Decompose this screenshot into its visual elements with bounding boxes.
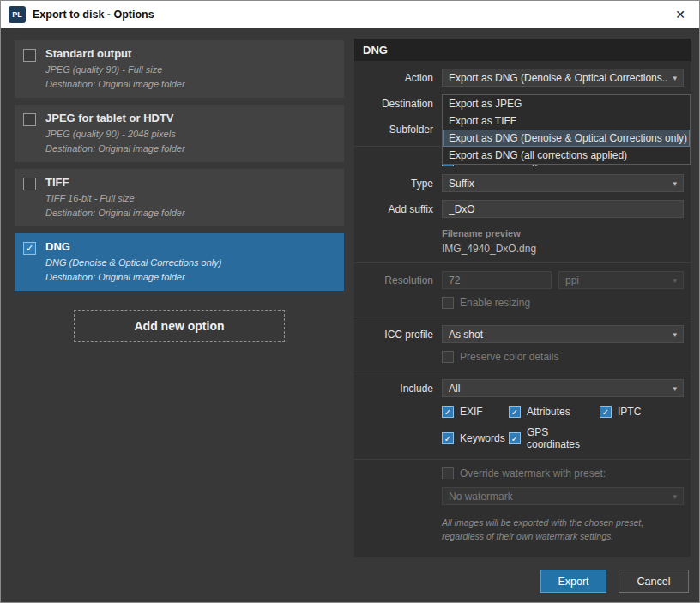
include-row: Include All ▾ xyxy=(354,379,684,397)
action-dropdown-menu: Export as JPEG Export as TIFF Export as … xyxy=(442,94,691,165)
attributes-checkbox[interactable]: ✓ Attributes xyxy=(509,406,600,418)
filename-preview: Filename preview IMG_4940_DxO.dng xyxy=(442,228,684,255)
enable-resizing-checkbox: Enable resizing xyxy=(442,297,684,309)
window-title: Export to disk - Options xyxy=(33,9,154,21)
check-icon: ✓ xyxy=(444,434,451,443)
action-label: Action xyxy=(354,72,433,84)
preset-text: TIFF TIFF 16-bit - Full size Destination… xyxy=(45,176,185,220)
add-new-option-button[interactable]: Add new option xyxy=(74,310,285,342)
selected-value: Suffix xyxy=(449,178,667,190)
iptc-checkbox[interactable]: ✓ IPTC xyxy=(600,406,684,418)
export-button[interactable]: Export xyxy=(540,570,606,593)
preset-detail: JPEG (quality 90) - Full size xyxy=(45,63,185,77)
override-watermark-checkbox: Override watermark with preset: xyxy=(442,467,684,479)
checkbox-label: Preserve color details xyxy=(460,351,558,363)
preset-tiff[interactable]: TIFF TIFF 16-bit - Full size Destination… xyxy=(15,169,344,226)
preset-name: DNG xyxy=(45,240,221,253)
preset-destination: Destination: Original image folder xyxy=(45,142,185,156)
chevron-down-icon: ▾ xyxy=(673,179,677,188)
preset-jpeg-tablet[interactable]: JPEG for tablet or HDTV JPEG (quality 90… xyxy=(15,105,344,162)
gps-coordinates-checkbox[interactable]: ✓ GPS coordinates xyxy=(509,426,600,450)
preset-destination: Destination: Original image folder xyxy=(45,77,185,92)
titlebar: PL Export to disk - Options ✕ xyxy=(1,1,699,28)
selected-value: ppi xyxy=(565,274,667,286)
checkbox-checked[interactable]: ✓ xyxy=(442,432,454,444)
checkbox-label: Override watermark with preset: xyxy=(460,467,606,479)
keywords-checkbox[interactable]: ✓ Keywords xyxy=(442,426,509,450)
chevron-down-icon: ▾ xyxy=(673,384,677,393)
separator xyxy=(354,459,691,460)
selected-value: All xyxy=(449,383,667,395)
subfolder-label: Subfolder xyxy=(354,124,433,136)
dialog-body: Standard output JPEG (quality 90) - Full… xyxy=(1,28,699,602)
checkbox-checked[interactable]: ✓ xyxy=(600,406,612,418)
checkbox-label: EXIF xyxy=(460,406,483,418)
close-icon[interactable]: ✕ xyxy=(661,1,699,28)
menu-item-export-jpeg[interactable]: Export as JPEG xyxy=(443,95,690,112)
icc-profile-select[interactable]: As shot ▾ xyxy=(442,325,684,343)
app-logo: PL xyxy=(9,6,26,23)
preset-name: JPEG for tablet or HDTV xyxy=(45,112,185,124)
selected-value: Export as DNG (Denoise & Optical Correct… xyxy=(449,72,667,84)
chevron-down-icon: ▾ xyxy=(673,74,677,82)
chevron-down-icon: ▾ xyxy=(673,330,677,339)
resolution-unit-select: ppi ▾ xyxy=(558,271,684,289)
resolution-label: Resolution xyxy=(354,274,433,286)
export-options-dialog: PL Export to disk - Options ✕ Standard o… xyxy=(0,0,700,603)
checkbox-label: Enable resizing xyxy=(460,297,530,309)
resolution-input xyxy=(442,271,552,289)
exif-checkbox[interactable]: ✓ EXIF xyxy=(442,406,509,418)
export-presets-list: Standard output JPEG (quality 90) - Full… xyxy=(15,40,344,342)
preset-text: Standard output JPEG (quality 90) - Full… xyxy=(45,47,185,91)
checkbox-unchecked xyxy=(442,467,454,479)
suffix-input[interactable] xyxy=(442,200,684,218)
check-icon: ✓ xyxy=(602,407,609,417)
preset-dng[interactable]: ✓ DNG DNG (Denoise & Optical Corrections… xyxy=(15,233,344,291)
preset-checkbox[interactable] xyxy=(23,49,36,62)
checkbox-label: Attributes xyxy=(527,406,570,418)
menu-item-export-tiff[interactable]: Export as TIFF xyxy=(443,112,690,130)
menu-item-export-dng-all[interactable]: Export as DNG (all corrections applied) xyxy=(443,147,690,164)
checkbox-label: IPTC xyxy=(618,406,641,418)
checkbox-label: GPS coordinates xyxy=(527,426,600,450)
preset-detail: DNG (Denoise & Optical Corrections only) xyxy=(45,256,221,270)
watermark-note: All images will be exported with the cho… xyxy=(442,516,680,544)
preset-detail: TIFF 16-bit - Full size xyxy=(45,191,185,206)
checkbox-checked[interactable]: ✓ xyxy=(509,406,521,418)
cancel-button[interactable]: Cancel xyxy=(619,570,689,593)
settings-rows: Action Export as DNG (Denoise & Optical … xyxy=(354,69,691,544)
panel-title: DNG xyxy=(354,39,691,61)
filename-preview-value: IMG_4940_DxO.dng xyxy=(442,243,684,255)
menu-item-export-dng-denoise[interactable]: Export as DNG (Denoise & Optical Correct… xyxy=(443,130,690,147)
preset-name: Standard output xyxy=(45,47,185,60)
preset-checkbox[interactable] xyxy=(23,178,36,190)
checkbox-label: Keywords xyxy=(460,432,505,444)
checkbox-checked[interactable]: ✓ xyxy=(442,406,454,418)
preset-detail: JPEG (quality 90) - 2048 pixels xyxy=(45,127,185,142)
preset-checkbox[interactable] xyxy=(23,113,36,126)
icc-profile-label: ICC profile xyxy=(354,329,433,341)
type-row: Type Suffix ▾ xyxy=(354,174,684,192)
checkbox-checked[interactable]: ✓ xyxy=(509,432,521,444)
selected-value: No watermark xyxy=(449,491,667,503)
separator xyxy=(354,317,691,317)
metadata-checkboxes: ✓ EXIF ✓ Attributes ✓ IPTC ✓ Keywords xyxy=(442,406,684,450)
checkbox-unchecked xyxy=(442,297,454,309)
chevron-down-icon: ▾ xyxy=(673,276,677,285)
selected-value: As shot xyxy=(449,329,667,341)
preset-destination: Destination: Original image folder xyxy=(45,270,221,285)
separator xyxy=(354,371,691,371)
include-label: Include xyxy=(354,383,433,395)
include-select[interactable]: All ▾ xyxy=(442,379,684,397)
preset-checkbox-checked[interactable]: ✓ xyxy=(23,242,36,255)
add-suffix-label: Add suffix xyxy=(354,203,433,215)
icc-profile-row: ICC profile As shot ▾ xyxy=(354,325,684,343)
type-select[interactable]: Suffix ▾ xyxy=(442,174,684,192)
checkbox-unchecked xyxy=(442,351,454,363)
check-icon: ✓ xyxy=(444,407,451,417)
destination-label: Destination xyxy=(354,98,433,110)
dng-settings-panel: DNG Action Export as DNG (Denoise & Opti… xyxy=(354,39,691,557)
preset-standard-output[interactable]: Standard output JPEG (quality 90) - Full… xyxy=(15,40,344,98)
check-icon: ✓ xyxy=(511,407,518,417)
action-select[interactable]: Export as DNG (Denoise & Optical Correct… xyxy=(442,69,684,87)
